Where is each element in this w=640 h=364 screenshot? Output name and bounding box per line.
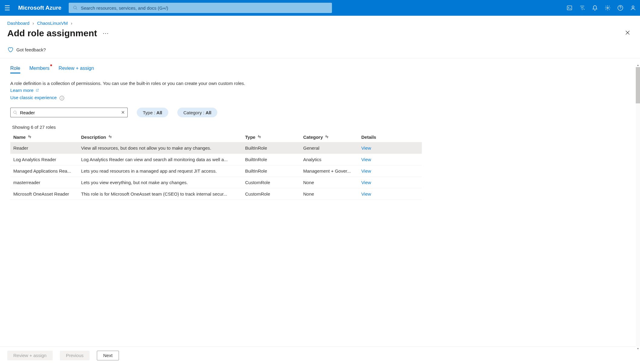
learn-more-link[interactable]: Learn more bbox=[10, 88, 34, 93]
clear-search-icon[interactable]: ✕ bbox=[121, 110, 125, 115]
sort-icon bbox=[257, 135, 261, 139]
cell-description: Log Analytics Reader can view and search… bbox=[81, 157, 245, 162]
chevron-right-icon: › bbox=[71, 21, 72, 26]
cell-category: None bbox=[303, 180, 361, 185]
roles-table: Name Description Type Category Details R… bbox=[10, 132, 422, 200]
role-search-input[interactable] bbox=[20, 110, 119, 115]
view-link[interactable]: View bbox=[361, 180, 425, 185]
table-header: Name Description Type Category Details bbox=[10, 132, 422, 142]
pill-label: Type : bbox=[143, 110, 155, 115]
svg-point-5 bbox=[632, 6, 634, 8]
external-link-icon bbox=[36, 89, 39, 92]
col-description[interactable]: Description bbox=[81, 135, 245, 140]
sort-icon bbox=[28, 135, 32, 139]
notifications-icon[interactable] bbox=[592, 5, 598, 11]
sort-icon bbox=[108, 135, 112, 139]
tab-role[interactable]: Role bbox=[10, 66, 20, 73]
filter-pill-category[interactable]: Category : All bbox=[177, 108, 217, 117]
cell-description: View all resources, but does not allow y… bbox=[81, 145, 245, 151]
role-search[interactable]: ✕ bbox=[10, 108, 128, 117]
filter-row: ✕ Type : All Category : All bbox=[10, 108, 633, 117]
close-icon bbox=[625, 30, 630, 35]
description: A role definition is a collection of per… bbox=[10, 80, 246, 94]
pill-value: All bbox=[205, 110, 211, 115]
search-icon bbox=[13, 110, 18, 115]
svg-point-0 bbox=[74, 6, 76, 9]
cell-type: BuiltInRole bbox=[245, 157, 303, 162]
cell-description: Lets you view everything, but not make a… bbox=[81, 180, 245, 185]
cell-name: masterreader bbox=[13, 180, 81, 185]
sort-icon bbox=[325, 135, 329, 139]
table-row[interactable]: masterreaderLets you view everything, bu… bbox=[10, 177, 422, 188]
view-link[interactable]: View bbox=[361, 191, 425, 197]
view-link[interactable]: View bbox=[361, 168, 425, 174]
svg-point-8 bbox=[14, 111, 16, 113]
col-type[interactable]: Type bbox=[245, 135, 303, 140]
description-text: A role definition is a collection of per… bbox=[10, 81, 245, 86]
account-icon[interactable] bbox=[630, 5, 636, 11]
cell-type: BuiltInRole bbox=[245, 168, 303, 174]
cell-name: Log Analytics Reader bbox=[13, 157, 81, 162]
chevron-right-icon: › bbox=[32, 21, 34, 26]
cell-name: Managed Applications Rea... bbox=[13, 168, 81, 174]
cell-description: This role is for Microsoft OneAsset team… bbox=[81, 191, 245, 197]
filter-pill-type[interactable]: Type : All bbox=[137, 108, 168, 117]
content: Role Members Review + assign A role defi… bbox=[0, 58, 640, 200]
svg-rect-2 bbox=[567, 6, 572, 10]
breadcrumb: Dashboard › ChaosLinuxVM › bbox=[0, 16, 640, 28]
view-link[interactable]: View bbox=[361, 157, 425, 162]
cell-type: CustomRole bbox=[245, 180, 303, 185]
tab-members[interactable]: Members bbox=[29, 66, 50, 73]
heart-icon bbox=[7, 47, 13, 53]
cell-type: CustomRole bbox=[245, 191, 303, 197]
page-title: Add role assignment bbox=[7, 28, 97, 38]
cell-name: Reader bbox=[13, 145, 81, 151]
cloud-shell-icon[interactable] bbox=[566, 5, 573, 11]
col-details: Details bbox=[361, 135, 425, 140]
table-row[interactable]: ReaderView all resources, but does not a… bbox=[10, 142, 422, 154]
scrollbar[interactable]: ▴ ▾ bbox=[636, 67, 640, 200]
col-name[interactable]: Name bbox=[13, 135, 81, 140]
breadcrumb-item[interactable]: ChaosLinuxVM bbox=[37, 21, 68, 26]
cell-category: General bbox=[303, 145, 361, 151]
pill-label: Category : bbox=[183, 110, 204, 115]
tab-review[interactable]: Review + assign bbox=[59, 66, 94, 73]
svg-line-9 bbox=[16, 113, 17, 114]
col-category[interactable]: Category bbox=[303, 135, 361, 140]
search-icon bbox=[73, 5, 78, 10]
breadcrumb-item[interactable]: Dashboard bbox=[7, 21, 29, 26]
close-button[interactable] bbox=[622, 28, 633, 39]
result-count: Showing 6 of 27 roles bbox=[12, 125, 633, 130]
hamburger-menu[interactable] bbox=[4, 4, 11, 11]
help-icon[interactable] bbox=[617, 5, 624, 11]
topbar-actions bbox=[566, 5, 636, 11]
scroll-thumb[interactable] bbox=[636, 67, 640, 103]
classic-experience-link[interactable]: Use classic experience bbox=[10, 95, 57, 100]
brand[interactable]: Microsoft Azure bbox=[18, 5, 61, 11]
classic-link-row: Use classic experience i bbox=[10, 95, 633, 100]
cell-type: BuiltInRole bbox=[245, 145, 303, 151]
settings-icon[interactable] bbox=[604, 5, 611, 11]
table-row[interactable]: Log Analytics ReaderLog Analytics Reader… bbox=[10, 154, 422, 165]
feedback-label: Got feedback? bbox=[16, 47, 46, 52]
view-link[interactable]: View bbox=[361, 145, 425, 151]
global-search[interactable] bbox=[69, 3, 332, 13]
feedback-bar[interactable]: Got feedback? bbox=[0, 42, 640, 58]
top-bar: Microsoft Azure bbox=[0, 0, 640, 16]
cell-category: None bbox=[303, 191, 361, 197]
table-row[interactable]: Microsoft OneAsset ReaderThis role is fo… bbox=[10, 188, 422, 200]
cell-category: Management + Gover... bbox=[303, 168, 361, 174]
wizard-tabs: Role Members Review + assign bbox=[10, 63, 633, 73]
cell-category: Analytics bbox=[303, 157, 361, 162]
more-actions[interactable]: ⋯ bbox=[103, 30, 109, 37]
table-row[interactable]: Managed Applications Rea...Lets you read… bbox=[10, 165, 422, 177]
filter-icon[interactable] bbox=[579, 5, 586, 11]
cell-name: Microsoft OneAsset Reader bbox=[13, 191, 81, 197]
svg-line-1 bbox=[76, 8, 77, 10]
scroll-up-icon[interactable]: ▴ bbox=[636, 63, 640, 67]
svg-point-3 bbox=[607, 7, 609, 9]
global-search-input[interactable] bbox=[81, 5, 328, 11]
info-icon[interactable]: i bbox=[60, 96, 64, 100]
cell-description: Lets you read resources in a managed app… bbox=[81, 168, 245, 174]
title-row: Add role assignment ⋯ bbox=[0, 28, 640, 42]
